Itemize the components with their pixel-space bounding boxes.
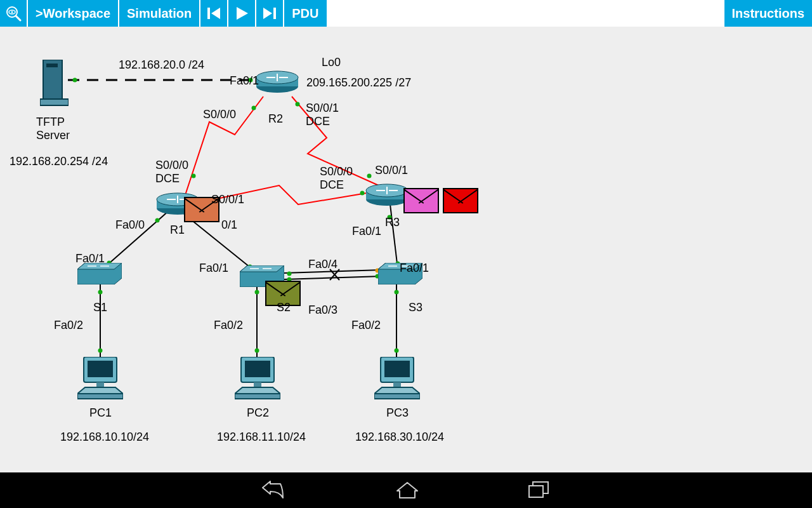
label-net-tftp-r2: 192.168.20.0 /24 [119,58,204,72]
step-forward-icon [261,5,278,22]
inspect-button[interactable] [0,0,28,27]
nav-recent-button[interactable] [528,481,551,500]
link-dot [252,106,256,110]
svg-rect-54 [88,361,113,377]
link-dot [155,218,160,223]
label-pc2-name: PC2 [247,406,269,420]
svg-marker-8 [263,8,272,19]
svg-rect-55 [96,382,104,387]
label-r2-fa01: Fa0/1 [230,74,259,88]
simulation-button[interactable]: Simulation [119,0,200,27]
svg-rect-68 [529,486,543,497]
svg-marker-6 [237,7,248,20]
link-dot [287,272,292,276]
label-r2-lo0: Lo0 [322,56,341,69]
link-dot [395,290,399,295]
svg-rect-21 [40,99,69,105]
label-s3-fa02: Fa0/2 [351,319,381,332]
label-s2-fa01: Fa0/1 [199,262,228,275]
svg-line-1 [16,16,20,20]
top-toolbar: >Workspace Simulation PDU Instructions [0,0,812,27]
label-pc3-ip: 192.168.30.10/24 [355,431,444,444]
label-r3-s000-dce: S0/0/0 DCE [320,165,353,192]
label-tftp-name: TFTP Server [36,116,70,142]
svg-rect-4 [207,8,210,19]
svg-rect-65 [393,382,401,387]
label-r3-fa01: Fa0/1 [352,225,381,238]
home-icon [395,480,420,500]
svg-marker-5 [211,8,220,19]
pc-pc1[interactable] [77,357,123,401]
svg-rect-59 [245,361,270,377]
label-r1-fa01-lower: 0/1 [221,218,237,232]
step-back-button[interactable] [200,0,228,27]
topology-links-layer [0,27,812,472]
label-s1-fa01: Fa0/1 [75,252,105,265]
svg-rect-60 [254,382,261,387]
switch-s1[interactable] [77,263,122,284]
svg-rect-57 [77,394,123,399]
label-r1-name: R1 [170,224,185,237]
router-r2[interactable] [255,69,299,94]
play-button[interactable] [228,0,256,27]
label-s2-name: S2 [277,301,291,314]
label-r2-lo0-ip: 209.165.200.225 /27 [306,76,411,90]
pdu-envelope-r3-a[interactable] [403,188,439,213]
link-dot [255,290,259,295]
link-dot [192,174,196,178]
link-dot [360,191,365,196]
label-s1-name: S1 [93,301,107,314]
link-dot [296,102,300,107]
label-tftp-ip: 192.168.20.254 /24 [10,155,108,168]
svg-marker-56 [77,387,123,394]
label-s2-fa02: Fa0/2 [214,319,243,332]
toolbar-spacer [328,0,724,27]
topology-canvas[interactable]: TFTP Server 192.168.20.254 /24 192.168.2… [0,27,812,472]
nav-back-button[interactable] [261,480,287,500]
label-r2-name: R2 [268,112,283,126]
nav-home-button[interactable] [395,480,420,500]
label-pc1-ip: 192.168.10.10/24 [60,431,149,444]
link-dot [98,349,103,353]
svg-marker-61 [235,387,280,394]
server-tftp[interactable] [40,60,69,110]
android-navbar [0,472,812,508]
label-r1-s001: S0/0/1 [211,193,244,206]
label-pc3-name: PC3 [386,406,409,420]
svg-rect-22 [46,64,58,67]
label-s3-name: S3 [409,301,422,314]
label-r2-s001-dce: S0/0/1 DCE [306,102,339,128]
label-s1-fa02: Fa0/2 [54,319,83,332]
router-r3[interactable] [365,182,409,207]
link-dot [98,290,103,295]
label-pc2-ip: 192.168.11.10/24 [217,431,306,444]
workspace-button[interactable]: >Workspace [28,0,119,27]
pdu-envelope-r3-b[interactable] [443,188,478,213]
instructions-button[interactable]: Instructions [724,0,812,27]
label-r2-s000: S0/0/0 [203,108,236,121]
label-r3-name: R3 [385,216,400,229]
link-dot [367,174,372,178]
label-r1-s000-dce: S0/0/0 DCE [155,159,188,185]
play-icon [233,5,250,22]
recent-apps-icon [528,481,551,500]
label-r3-s001: S0/0/1 [375,164,408,177]
label-pc1-name: PC1 [89,406,112,420]
svg-rect-64 [384,361,410,377]
svg-rect-67 [374,394,420,399]
label-r1-fa00: Fa0/0 [115,218,145,232]
svg-marker-46 [240,265,284,272]
magnifier-eye-icon [4,4,22,22]
label-s2-fa03: Fa0/3 [308,304,337,317]
pc-pc3[interactable] [374,357,420,401]
svg-marker-66 [374,387,420,394]
svg-rect-62 [235,394,280,399]
pdu-button[interactable]: PDU [284,0,327,27]
link-dot [395,349,399,353]
pc-pc2[interactable] [235,357,280,401]
label-s2-fa04: Fa0/4 [308,258,337,271]
link-dot [255,349,259,353]
step-forward-button[interactable] [256,0,284,27]
svg-rect-7 [273,8,276,19]
link-dot [73,78,77,83]
